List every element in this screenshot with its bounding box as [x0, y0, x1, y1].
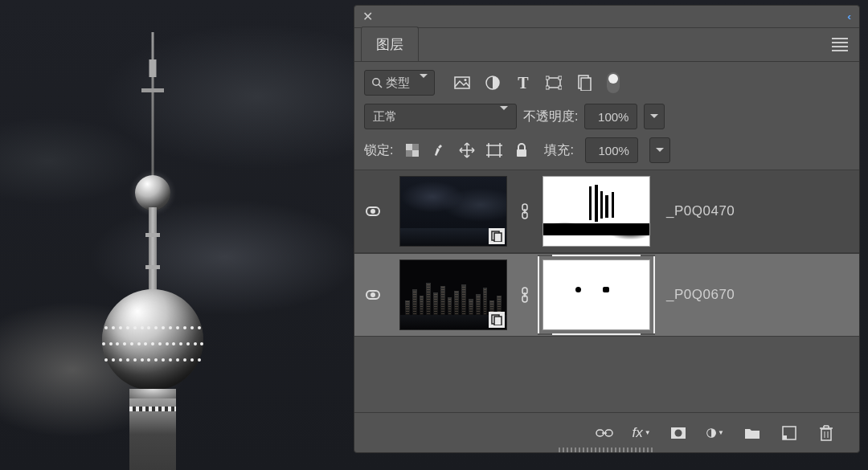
svg-point-3 — [465, 79, 467, 81]
svg-point-0 — [373, 79, 379, 85]
new-layer-icon[interactable] — [780, 424, 798, 442]
svg-rect-13 — [406, 144, 412, 150]
svg-rect-9 — [559, 86, 562, 89]
svg-rect-15 — [489, 145, 500, 155]
svg-rect-24 — [517, 149, 526, 157]
blend-row: 正常 不透明度: 100% — [354, 104, 859, 137]
fill-label: 填充: — [544, 142, 573, 159]
adjustment-filter-icon[interactable] — [485, 75, 501, 91]
layer-mask-thumbnail[interactable] — [542, 176, 650, 247]
svg-rect-14 — [412, 150, 419, 157]
panel-titlebar: ✕ ‹‹ — [354, 6, 859, 28]
filter-type-select[interactable]: 类型 — [364, 70, 435, 96]
visibility-toggle[interactable] — [354, 206, 391, 216]
tab-label: 图层 — [376, 37, 403, 52]
panel-bottom-bar: fx▼ ▼ — [354, 412, 859, 452]
fill-value: 100% — [599, 144, 629, 157]
layer-thumbnail[interactable] — [399, 260, 507, 330]
close-icon[interactable]: ✕ — [362, 9, 373, 24]
filter-row: 类型 T — [354, 62, 859, 104]
lock-row: 锁定: 填充: 100% — [354, 137, 859, 170]
new-group-icon[interactable] — [743, 424, 761, 442]
fx-icon[interactable]: fx▼ — [633, 424, 650, 442]
lock-transparency-icon[interactable] — [404, 142, 420, 158]
lock-pixels-icon[interactable] — [432, 142, 448, 158]
layers-panel: ✕ ‹‹ 图层 类型 T — [354, 5, 860, 453]
svg-line-1 — [379, 84, 382, 88]
opacity-value: 100% — [598, 110, 628, 124]
smart-object-badge-icon — [489, 312, 505, 328]
svg-rect-8 — [546, 86, 549, 89]
opacity-input[interactable]: 100% — [584, 104, 637, 129]
eye-icon — [366, 290, 380, 300]
lock-label: 锁定: — [364, 142, 393, 159]
new-adjustment-icon[interactable]: ▼ — [706, 424, 724, 442]
blend-mode-value: 正常 — [373, 109, 397, 125]
type-filter-icon[interactable]: T — [515, 75, 531, 91]
svg-rect-7 — [559, 76, 562, 80]
svg-rect-31 — [494, 317, 502, 325]
lock-position-icon[interactable] — [459, 142, 475, 158]
filter-toggle[interactable] — [607, 72, 620, 93]
link-layers-icon[interactable] — [596, 424, 613, 442]
smart-filter-icon[interactable] — [576, 75, 592, 91]
layers-list: _P0Q0470 — [354, 170, 859, 412]
panel-tabs: 图层 — [354, 28, 859, 62]
blend-mode-select[interactable]: 正常 — [364, 104, 517, 129]
filter-label: 类型 — [386, 76, 410, 91]
svg-rect-11 — [581, 78, 591, 91]
layer-mask-thumbnail[interactable] — [542, 260, 650, 330]
shape-filter-icon[interactable] — [546, 75, 562, 91]
eye-icon — [366, 206, 380, 216]
opacity-label: 不透明度: — [523, 108, 578, 125]
resize-grip[interactable] — [559, 448, 655, 452]
fx-label: fx — [632, 425, 642, 441]
lock-artboard-icon[interactable] — [486, 142, 502, 158]
layer-name[interactable]: _P0Q0670 — [666, 287, 735, 303]
panel-menu-icon[interactable] — [832, 38, 848, 51]
svg-rect-26 — [494, 233, 502, 242]
lock-icons — [404, 142, 530, 158]
chevron-down-icon — [420, 78, 428, 88]
fill-input[interactable]: 100% — [585, 137, 638, 163]
smart-object-badge-icon — [489, 228, 505, 244]
mask-link-icon[interactable] — [515, 287, 534, 303]
layer-row[interactable]: _P0Q0670 — [354, 253, 859, 337]
collapse-chevrons-icon[interactable]: ‹‹ — [847, 10, 848, 22]
tower-illustration — [100, 32, 205, 470]
add-mask-icon[interactable] — [669, 424, 687, 442]
filter-kind-icons: T — [454, 75, 592, 91]
chevron-down-icon — [500, 110, 508, 124]
layer-name[interactable]: _P0Q0470 — [666, 203, 735, 219]
svg-rect-42 — [821, 429, 831, 440]
layer-row[interactable]: _P0Q0470 — [354, 170, 859, 253]
image-filter-icon[interactable] — [454, 75, 470, 91]
visibility-toggle[interactable] — [354, 290, 391, 300]
lock-all-icon[interactable] — [514, 142, 530, 158]
svg-point-39 — [675, 429, 682, 436]
opacity-dropdown-button[interactable] — [644, 104, 665, 129]
search-icon — [371, 77, 383, 88]
delete-layer-icon[interactable] — [817, 424, 835, 442]
layer-thumbnail[interactable] — [399, 176, 507, 247]
svg-rect-6 — [546, 76, 549, 80]
mask-link-icon[interactable] — [515, 203, 534, 219]
tab-layers[interactable]: 图层 — [361, 27, 419, 61]
fill-dropdown-button[interactable] — [649, 137, 670, 163]
